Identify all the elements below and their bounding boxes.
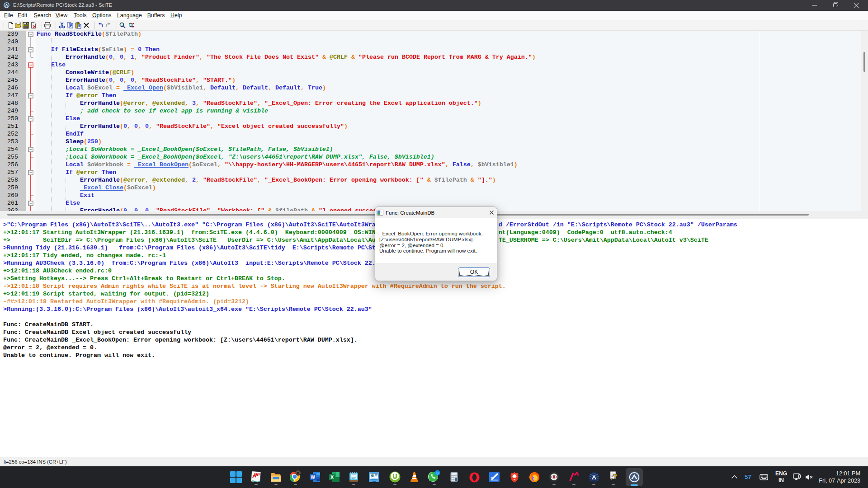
svg-text:?: ? xyxy=(613,472,617,480)
svg-text:W: W xyxy=(311,475,315,480)
svg-text:Marg: Marg xyxy=(254,472,261,475)
svg-text:3: 3 xyxy=(436,471,439,475)
svg-text:X: X xyxy=(330,474,334,480)
